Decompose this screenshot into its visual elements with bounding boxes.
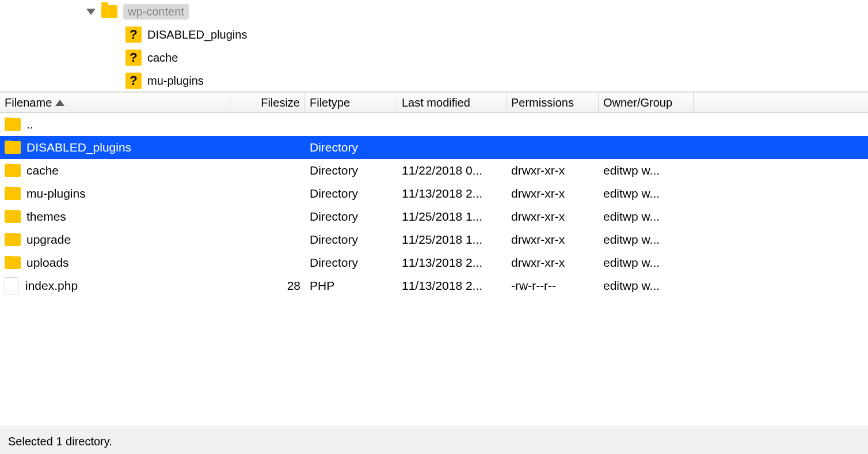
- file-rows: ..DISABLED_pluginsDirectorycacheDirector…: [0, 113, 868, 297]
- cell-filetype: Directory: [305, 164, 397, 177]
- cell-filename: cache: [0, 164, 230, 177]
- folder-icon: [101, 5, 117, 18]
- cell-filetype: Directory: [305, 233, 397, 247]
- cell-lastmodified: 11/13/2018 2...: [397, 279, 507, 293]
- status-text: Selected 1 directory.: [8, 435, 112, 448]
- unknown-folder-icon: ?: [125, 50, 142, 66]
- column-header-filesize[interactable]: Filesize: [230, 93, 305, 112]
- file-row[interactable]: index.php28PHP11/13/2018 2...-rw-r--r--e…: [0, 274, 868, 297]
- cell-permissions: -rw-r--r--: [507, 279, 599, 293]
- column-header-label: Owner/Group: [603, 96, 672, 109]
- tree-item-mu-plugins[interactable]: ? mu-plugins: [0, 69, 868, 92]
- cell-filename: upgrade: [0, 233, 230, 247]
- cell-lastmodified: 11/13/2018 2...: [397, 187, 507, 200]
- cell-filetype: Directory: [305, 256, 397, 270]
- cell-permissions: drwxr-xr-x: [507, 233, 599, 247]
- column-header-label: Filetype: [310, 96, 350, 109]
- cell-filetype: Directory: [305, 187, 397, 200]
- tree-item-disabled-plugins[interactable]: ? DISABLED_plugins: [0, 23, 868, 46]
- disclosure-triangle-icon[interactable]: [86, 9, 96, 15]
- column-headers: Filename Filesize Filetype Last modified…: [0, 92, 868, 113]
- cell-filename: themes: [0, 210, 230, 224]
- file-row[interactable]: themesDirectory11/25/2018 1...drwxr-xr-x…: [0, 205, 868, 228]
- filename-label: uploads: [26, 256, 69, 270]
- cell-lastmodified: 11/22/2018 0...: [397, 164, 507, 177]
- filename-label: mu-plugins: [26, 187, 86, 200]
- folder-icon: [5, 233, 21, 246]
- tree-item-cache[interactable]: ? cache: [0, 46, 868, 69]
- column-header-permissions[interactable]: Permissions: [507, 93, 599, 112]
- cell-owner: editwp w...: [599, 279, 694, 293]
- column-header-label: Permissions: [511, 96, 574, 109]
- filename-label: ..: [26, 118, 33, 131]
- cell-owner: editwp w...: [599, 164, 694, 177]
- cell-lastmodified: 11/13/2018 2...: [397, 256, 507, 270]
- cell-permissions: drwxr-xr-x: [507, 164, 599, 177]
- folder-icon: [5, 256, 21, 269]
- cell-lastmodified: 11/25/2018 1...: [397, 210, 507, 224]
- cell-filename: index.php: [0, 277, 230, 294]
- cell-owner: editwp w...: [599, 233, 694, 247]
- filename-label: cache: [26, 164, 59, 177]
- cell-filesize: 28: [230, 279, 305, 293]
- cell-filetype: PHP: [305, 279, 397, 293]
- file-row[interactable]: uploadsDirectory11/13/2018 2...drwxr-xr-…: [0, 251, 868, 274]
- cell-filename: uploads: [0, 256, 230, 270]
- filename-label: DISABLED_plugins: [26, 141, 131, 154]
- file-icon: [5, 277, 18, 294]
- file-row[interactable]: upgradeDirectory11/25/2018 1...drwxr-xr-…: [0, 228, 868, 251]
- cell-owner: editwp w...: [599, 187, 694, 200]
- cell-filename: mu-plugins: [0, 187, 230, 200]
- filename-label: themes: [26, 210, 66, 224]
- cell-filename: DISABLED_plugins: [0, 141, 230, 154]
- cell-filename: ..: [0, 118, 230, 131]
- file-row[interactable]: ..: [0, 113, 868, 136]
- column-header-filetype[interactable]: Filetype: [305, 93, 397, 112]
- sort-ascending-icon: [55, 100, 64, 106]
- folder-icon: [5, 210, 21, 223]
- cell-owner: editwp w...: [599, 256, 694, 270]
- folder-icon: [5, 141, 21, 154]
- status-bar: Selected 1 directory.: [0, 429, 868, 454]
- directory-tree-pane: wp-content ? DISABLED_plugins ? cache ? …: [0, 0, 868, 92]
- folder-icon: [5, 164, 21, 177]
- folder-icon: [5, 118, 21, 131]
- cell-owner: editwp w...: [599, 210, 694, 224]
- cell-permissions: drwxr-xr-x: [507, 256, 599, 270]
- file-list-pane: Filename Filesize Filetype Last modified…: [0, 92, 868, 426]
- column-header-owner[interactable]: Owner/Group: [599, 93, 694, 112]
- cell-filetype: Directory: [305, 210, 397, 224]
- filename-label: upgrade: [26, 233, 71, 247]
- column-header-label: Filename: [5, 96, 52, 109]
- unknown-folder-icon: ?: [125, 27, 142, 43]
- tree-label: wp-content: [123, 4, 189, 20]
- cell-permissions: drwxr-xr-x: [507, 187, 599, 200]
- filename-label: index.php: [25, 279, 78, 293]
- tree-item-wp-content[interactable]: wp-content: [0, 0, 868, 23]
- file-row[interactable]: cacheDirectory11/22/2018 0...drwxr-xr-xe…: [0, 159, 868, 182]
- cell-permissions: drwxr-xr-x: [507, 210, 599, 224]
- column-header-label: Filesize: [261, 96, 300, 109]
- folder-icon: [5, 187, 21, 200]
- tree-label: DISABLED_plugins: [147, 28, 247, 41]
- cell-lastmodified: 11/25/2018 1...: [397, 233, 507, 247]
- tree-label: mu-plugins: [147, 74, 204, 88]
- file-row[interactable]: mu-pluginsDirectory11/13/2018 2...drwxr-…: [0, 182, 868, 205]
- unknown-folder-icon: ?: [125, 73, 142, 89]
- cell-filetype: Directory: [305, 141, 397, 154]
- column-header-lastmodified[interactable]: Last modified: [397, 93, 507, 112]
- tree-label: cache: [147, 51, 178, 65]
- file-row[interactable]: DISABLED_pluginsDirectory: [0, 136, 868, 159]
- column-header-label: Last modified: [402, 96, 470, 109]
- column-header-filename[interactable]: Filename: [0, 93, 230, 112]
